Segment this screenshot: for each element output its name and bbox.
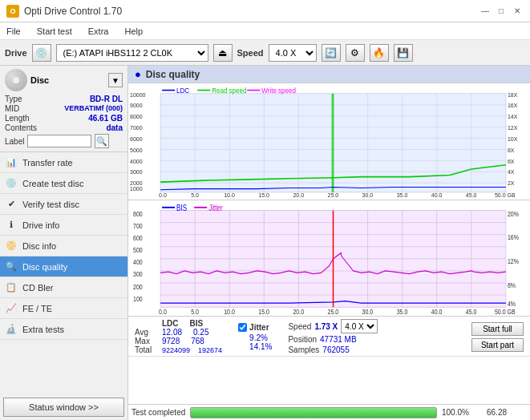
svg-text:400: 400	[133, 258, 143, 266]
jitter-col-header: Jitter	[249, 323, 269, 332]
svg-text:LDC: LDC	[176, 87, 189, 95]
svg-text:200: 200	[133, 282, 143, 290]
nav-transfer-rate[interactable]: 📊 Transfer rate	[0, 152, 127, 173]
total-bis: 192674	[198, 346, 222, 354]
label-search-button[interactable]: 🔍	[95, 134, 109, 148]
svg-text:6X: 6X	[508, 157, 515, 164]
bis-chart: BIS Jitter 800 700 600 500 400 300 200 1…	[128, 200, 530, 317]
svg-text:500: 500	[133, 246, 143, 254]
svg-text:15.0: 15.0	[258, 192, 269, 199]
svg-text:8000: 8000	[130, 113, 143, 120]
svg-text:7000: 7000	[130, 124, 143, 131]
minimize-button[interactable]: —	[479, 5, 492, 18]
speed-label-stat: Speed	[288, 322, 311, 331]
nav-drive-info-label: Drive info	[22, 220, 59, 230]
menu-extra[interactable]: Extra	[85, 25, 112, 38]
svg-text:5000: 5000	[130, 146, 143, 153]
svg-text:4000: 4000	[130, 157, 143, 164]
nav-verify-test-disc[interactable]: ✔ Verify test disc	[0, 194, 127, 215]
menu-start-test[interactable]: Start test	[34, 25, 75, 38]
label-label: Label	[5, 137, 24, 146]
disc-icon	[5, 69, 27, 91]
mid-value: VERBATIMf (000)	[64, 104, 123, 113]
svg-text:20.0: 20.0	[293, 192, 304, 199]
disc-quality-header: ● Disc quality	[128, 66, 530, 83]
disc-quality-icon: 🔍	[5, 260, 18, 273]
length-value: 46.61 GB	[88, 114, 123, 123]
svg-text:10.0: 10.0	[224, 192, 235, 199]
close-button[interactable]: ✕	[511, 5, 524, 18]
save-button[interactable]: 💾	[394, 44, 413, 62]
svg-text:10.0: 10.0	[224, 308, 235, 316]
nav-extra-tests[interactable]: 🔬 Extra tests	[0, 319, 127, 340]
speed-select-stat[interactable]: 4.0 X	[341, 319, 378, 333]
refresh-button[interactable]: 🔄	[322, 44, 341, 62]
nav-fe-te-label: FE / TE	[22, 304, 52, 313]
max-bis: 768	[191, 337, 204, 345]
max-label: Max	[135, 337, 157, 345]
disc-info-icon: 📀	[5, 240, 18, 252]
nav-fe-te[interactable]: 📈 FE / TE	[0, 298, 127, 319]
svg-text:9000: 9000	[130, 102, 143, 109]
drive-label: Drive	[5, 48, 27, 58]
svg-text:20%: 20%	[508, 210, 519, 218]
disc-options-button[interactable]: ▼	[108, 73, 123, 87]
app-icon: O	[6, 5, 19, 18]
label-input[interactable]	[27, 135, 91, 147]
svg-text:6000: 6000	[130, 135, 143, 142]
samples-label: Samples	[288, 345, 319, 354]
type-value: BD-R DL	[90, 95, 123, 103]
app-title: Opti Drive Control 1.70	[24, 6, 122, 17]
window-controls[interactable]: — □ ✕	[479, 5, 524, 18]
charts-area: LDC Read speed Write speed 10000 9000 80…	[128, 83, 530, 316]
svg-text:800: 800	[133, 210, 143, 218]
svg-text:30.0: 30.0	[362, 192, 374, 199]
nav-drive-info[interactable]: ℹ Drive info	[0, 215, 127, 236]
nav-cd-bler-label: CD Bler	[22, 283, 54, 293]
progress-bar-fill	[191, 408, 436, 418]
svg-text:15.0: 15.0	[258, 308, 269, 316]
quality-title: Disc quality	[146, 69, 200, 80]
nav-cd-bler[interactable]: 📋 CD Bler	[0, 277, 127, 298]
start-part-button[interactable]: Start part	[471, 338, 524, 352]
status-window-button[interactable]: Status window >>	[3, 398, 124, 417]
nav-create-test-disc[interactable]: 💿 Create test disc	[0, 173, 127, 194]
progress-bar-container	[190, 407, 437, 418]
eject-button[interactable]: ⏏	[213, 44, 233, 62]
start-full-button[interactable]: Start full	[471, 322, 524, 336]
burn-button[interactable]: 🔥	[370, 44, 389, 62]
speed-value-stat: 1.73 X	[314, 322, 338, 331]
nav-disc-info[interactable]: 📀 Disc info	[0, 236, 127, 256]
svg-text:700: 700	[133, 222, 143, 230]
svg-rect-44	[332, 94, 334, 192]
nav-transfer-rate-label: Transfer rate	[22, 158, 73, 168]
avg-ldc: 12.08	[162, 328, 182, 337]
fe-te-icon: 📈	[5, 302, 18, 315]
nav-disc-quality[interactable]: 🔍 Disc quality	[0, 256, 127, 277]
menu-help[interactable]: Help	[121, 25, 146, 38]
svg-text:25.0: 25.0	[327, 192, 338, 199]
progress-label: 100.0%	[442, 408, 482, 417]
svg-text:300: 300	[133, 270, 143, 278]
speed-select[interactable]: 4.0 X	[269, 44, 317, 62]
disc-label-row: Label 🔍	[5, 134, 123, 148]
disc-label: Disc	[30, 75, 49, 85]
svg-text:12X: 12X	[508, 124, 518, 131]
samples-value: 762055	[322, 345, 349, 354]
svg-text:Read speed: Read speed	[212, 87, 247, 95]
svg-text:45.0: 45.0	[466, 192, 477, 199]
speed-label: Speed	[237, 48, 264, 58]
svg-text:16X: 16X	[508, 102, 518, 109]
ldc-col-header: LDC	[162, 319, 179, 328]
menu-file[interactable]: File	[3, 25, 24, 38]
disc-section: Disc ▼ Type BD-R DL MID VERBATIMf (000) …	[0, 66, 127, 152]
extra-tests-icon: 🔬	[5, 323, 18, 336]
right-panel: ● Disc quality LDC Read speed Write	[128, 66, 530, 420]
maximize-button[interactable]: □	[495, 5, 508, 18]
jitter-checkbox[interactable]	[238, 323, 247, 332]
svg-text:10000: 10000	[130, 91, 145, 99]
settings-button[interactable]: ⚙	[346, 44, 365, 62]
type-row: Type BD-R DL	[5, 95, 123, 103]
transfer-rate-icon: 📊	[5, 156, 18, 169]
drive-select[interactable]: (E:) ATAPI iHBS112 2 CL0K	[56, 44, 208, 62]
